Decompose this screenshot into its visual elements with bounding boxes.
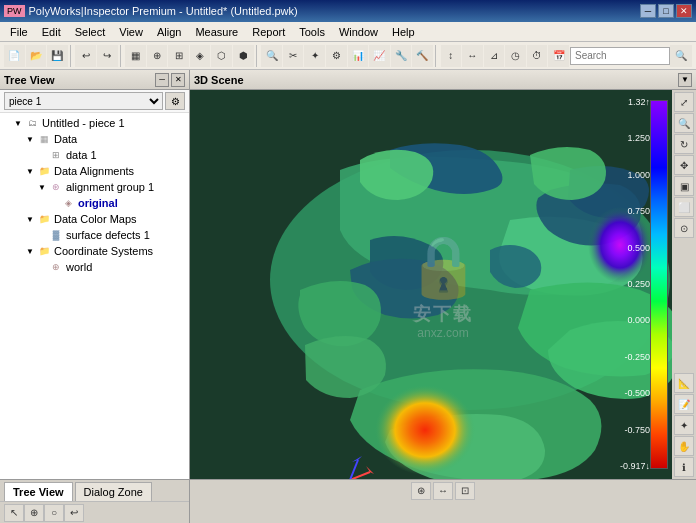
tb-btn-17[interactable]: ⊿ (484, 45, 505, 67)
menu-report[interactable]: Report (246, 24, 291, 40)
mini-select[interactable]: ⊕ (24, 504, 44, 522)
menu-window[interactable]: Window (333, 24, 384, 40)
rt-highlight[interactable]: ✦ (674, 415, 694, 435)
panel-close-button[interactable]: ✕ (171, 73, 185, 87)
scene-header: 3D Scene ▼ (190, 70, 696, 90)
tb-btn-6[interactable]: ⬢ (233, 45, 254, 67)
rt-hand[interactable]: ✋ (674, 436, 694, 456)
tree-item-data1[interactable]: ⊞ data 1 (0, 147, 189, 163)
main-bottom: Tree View Dialog Zone ↖ ⊕ ○ ↩ ⊛ ↔ ⊡ (0, 479, 696, 523)
toolbar-sep-4 (435, 45, 439, 67)
align-folder-icon: 📁 (36, 164, 52, 178)
menu-select[interactable]: Select (69, 24, 112, 40)
scene-bt-1[interactable]: ⊛ (411, 482, 431, 500)
redo-button[interactable]: ↪ (97, 45, 118, 67)
menu-edit[interactable]: Edit (36, 24, 67, 40)
tree-item-world[interactable]: ⊕ world (0, 259, 189, 275)
viewport[interactable]: 1.32↑ 1.250 1.000 0.750 0.500 0.250 0.00… (190, 90, 696, 479)
toolbar-sep-3 (256, 45, 260, 67)
tree-item-colormaps[interactable]: ▼ 📁 Data Color Maps (0, 211, 189, 227)
expand-align[interactable]: ▼ (24, 164, 36, 178)
rt-view-top[interactable]: ▣ (674, 176, 694, 196)
rt-rotate[interactable]: ↻ (674, 134, 694, 154)
scene-title: 3D Scene (194, 74, 244, 86)
original-icon: ◈ (60, 196, 76, 210)
tb-btn-9[interactable]: ✦ (304, 45, 325, 67)
tb-btn-7[interactable]: 🔍 (261, 45, 282, 67)
expand-data[interactable]: ▼ (24, 132, 36, 146)
rt-zoom-in[interactable]: 🔍 (674, 113, 694, 133)
mini-back[interactable]: ↩ (64, 504, 84, 522)
menu-tools[interactable]: Tools (293, 24, 331, 40)
menu-align[interactable]: Align (151, 24, 187, 40)
scene-menu-button[interactable]: ▼ (678, 73, 692, 87)
tree-item-surface-defects[interactable]: ▓ surface defects 1 (0, 227, 189, 243)
search-button[interactable]: 🔍 (670, 45, 692, 67)
menu-file[interactable]: File (4, 24, 34, 40)
mini-pointer[interactable]: ↖ (4, 504, 24, 522)
menu-view[interactable]: View (113, 24, 149, 40)
expand-original (48, 196, 60, 210)
close-button[interactable]: ✕ (676, 4, 692, 18)
scene-bt-2[interactable]: ↔ (433, 482, 453, 500)
tb-btn-12[interactable]: 📈 (369, 45, 390, 67)
mini-circle[interactable]: ○ (44, 504, 64, 522)
tb-btn-19[interactable]: ⏱ (527, 45, 548, 67)
tb-btn-8[interactable]: ✂ (283, 45, 304, 67)
menu-measure[interactable]: Measure (189, 24, 244, 40)
open-button[interactable]: 📂 (26, 45, 47, 67)
tb-btn-3[interactable]: ⊞ (168, 45, 189, 67)
tb-btn-18[interactable]: ◷ (505, 45, 526, 67)
tab-tree-view[interactable]: Tree View (4, 482, 73, 501)
expand-coords[interactable]: ▼ (24, 244, 36, 258)
tree-world-label: world (66, 261, 92, 273)
tree-item-original[interactable]: ◈ original (0, 195, 189, 211)
tb-btn-2[interactable]: ⊕ (147, 45, 168, 67)
search-input[interactable] (570, 47, 670, 65)
tree-item-coord-systems[interactable]: ▼ 📁 Coordinate Systems (0, 243, 189, 259)
tb-btn-16[interactable]: ↔ (462, 45, 483, 67)
tb-btn-10[interactable]: ⚙ (326, 45, 347, 67)
tab-dialog-zone[interactable]: Dialog Zone (75, 482, 152, 501)
align-group-icon: ⊛ (48, 180, 64, 194)
data-folder-icon: ▦ (36, 132, 52, 146)
piece-dropdown[interactable]: piece 1 (4, 92, 163, 110)
title-area: PW PolyWorks|Inspector Premium - Untitle… (4, 5, 298, 17)
rt-pan[interactable]: ✥ (674, 155, 694, 175)
tb-btn-11[interactable]: 📊 (348, 45, 369, 67)
expand-align-group[interactable]: ▼ (36, 180, 48, 194)
tree-item-root-label: Untitled - piece 1 (42, 117, 125, 129)
rt-annotation[interactable]: 📝 (674, 394, 694, 414)
tb-btn-1[interactable]: ▦ (125, 45, 146, 67)
window-controls: ─ □ ✕ (640, 4, 692, 18)
expand-colormaps[interactable]: ▼ (24, 212, 36, 226)
tb-btn-13[interactable]: 🔧 (391, 45, 412, 67)
maximize-button[interactable]: □ (658, 4, 674, 18)
rt-zoom-extents[interactable]: ⤢ (674, 92, 694, 112)
expand-root[interactable]: ▼ (12, 116, 24, 130)
rt-view-front[interactable]: ⬜ (674, 197, 694, 217)
tb-btn-5[interactable]: ⬡ (211, 45, 232, 67)
rt-settings[interactable]: ⊙ (674, 218, 694, 238)
tree-item-alignments[interactable]: ▼ 📁 Data Alignments (0, 163, 189, 179)
rt-measure[interactable]: 📐 (674, 373, 694, 393)
tb-btn-14[interactable]: 🔨 (412, 45, 433, 67)
scene-bt-3[interactable]: ⊡ (455, 482, 475, 500)
minimize-button[interactable]: ─ (640, 4, 656, 18)
tree-item-root[interactable]: ▼ 🗂 Untitled - piece 1 (0, 115, 189, 131)
undo-button[interactable]: ↩ (75, 45, 96, 67)
tb-btn-15[interactable]: ↕ (441, 45, 462, 67)
rt-info[interactable]: ℹ (674, 457, 694, 477)
right-toolbar: ⤢ 🔍 ↻ ✥ ▣ ⬜ ⊙ 📐 📝 ✦ ✋ ℹ (672, 90, 696, 479)
scale-0500: 0.500 (620, 244, 650, 253)
tb-btn-20[interactable]: 📅 (548, 45, 569, 67)
new-button[interactable]: 📄 (4, 45, 25, 67)
piece-settings-button[interactable]: ⚙ (165, 92, 185, 110)
scene-area: 3D Scene ▼ (190, 70, 696, 479)
tree-item-data[interactable]: ▼ ▦ Data (0, 131, 189, 147)
panel-pin-button[interactable]: ─ (155, 73, 169, 87)
tree-item-align-group[interactable]: ▼ ⊛ alignment group 1 (0, 179, 189, 195)
tb-btn-4[interactable]: ◈ (190, 45, 211, 67)
save-button[interactable]: 💾 (47, 45, 68, 67)
menu-help[interactable]: Help (386, 24, 421, 40)
